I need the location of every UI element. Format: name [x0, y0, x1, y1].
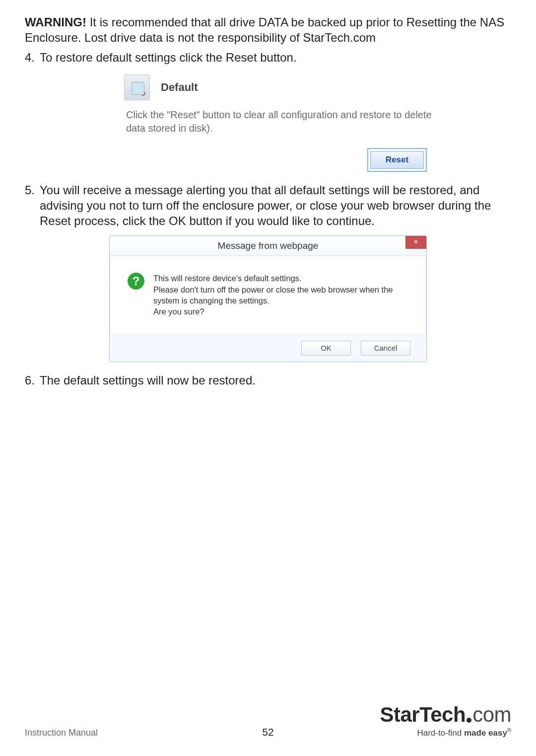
- default-icon: [124, 75, 150, 100]
- page-number: 52: [25, 726, 511, 738]
- logo-text-thin: com: [472, 703, 511, 726]
- step-5: 5. You will receive a message alerting y…: [25, 183, 511, 228]
- reset-button[interactable]: Reset: [370, 151, 424, 169]
- step-text: To restore default settings click the Re…: [40, 50, 511, 66]
- step-number: 4.: [25, 50, 40, 66]
- dialog-close-button[interactable]: ×: [405, 236, 426, 249]
- step-number: 6.: [25, 373, 40, 388]
- step-number: 5.: [25, 183, 40, 228]
- panel-title: Default: [161, 81, 198, 94]
- reset-button-focus-ring: Reset: [367, 148, 427, 172]
- panel-header: Default: [124, 75, 437, 100]
- dialog-title: Message from webpage: [218, 240, 319, 251]
- dialog-cancel-button[interactable]: Cancel: [361, 341, 410, 356]
- step-text: The default settings will now be restore…: [40, 373, 511, 388]
- confirm-dialog: Message from webpage × ? This will resto…: [109, 235, 427, 362]
- dialog-message: This will restore device's default setti…: [153, 273, 413, 317]
- step-4: 4. To restore default settings click the…: [25, 50, 511, 66]
- page-footer: Instruction Manual 52 StarTechcom Hard-t…: [25, 704, 511, 738]
- panel-description: Click the "Reset" button to clear all co…: [126, 108, 437, 135]
- default-settings-panel: Default Click the "Reset" button to clea…: [124, 75, 437, 172]
- dialog-titlebar: Message from webpage ×: [110, 236, 426, 256]
- warning-label: WARNING!: [25, 15, 86, 29]
- question-icon: ?: [128, 273, 144, 290]
- dialog-ok-button[interactable]: OK: [301, 341, 351, 356]
- step-text: You will receive a message alerting you …: [40, 183, 511, 228]
- warning-text: It is recommended that all drive DATA be…: [25, 15, 504, 44]
- warning-paragraph: WARNING! It is recommended that all driv…: [25, 15, 511, 45]
- logo-text-bold: StarTech: [380, 703, 466, 726]
- logo-dot-icon: [467, 718, 471, 723]
- dialog-button-row: OK Cancel: [110, 334, 426, 362]
- step-6: 6. The default settings will now be rest…: [25, 373, 511, 388]
